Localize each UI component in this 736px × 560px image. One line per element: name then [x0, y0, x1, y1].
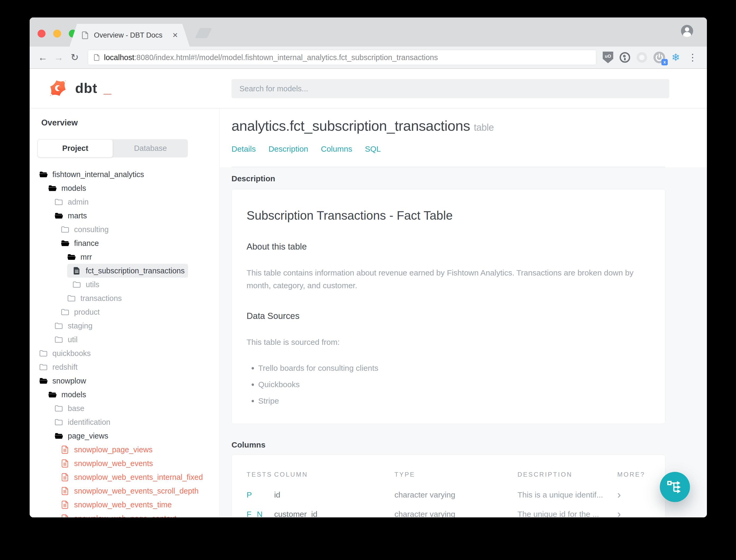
tree-item[interactable]: models: [30, 388, 219, 401]
table-row[interactable]: F N customer_id character varying The un…: [232, 504, 665, 517]
tree-item[interactable]: consulting: [30, 223, 219, 236]
profile-avatar[interactable]: [681, 25, 693, 37]
tree-item[interactable]: snowplow_web_events_time: [30, 498, 219, 512]
folder-closed-icon: [39, 349, 48, 358]
tree-item[interactable]: snowplow_web_events_scroll_depth: [30, 484, 219, 498]
model-type-badge: table: [474, 122, 494, 133]
tree-item[interactable]: models: [30, 181, 219, 195]
tab-project[interactable]: Project: [38, 139, 113, 157]
model-file-icon: [61, 459, 69, 468]
tree-item[interactable]: utils: [30, 278, 219, 291]
close-window-button[interactable]: [38, 30, 46, 38]
expand-chevron-icon[interactable]: ›: [617, 485, 665, 504]
tree-item[interactable]: redshift: [30, 360, 219, 374]
column-cell: id: [274, 485, 394, 504]
nav-sql-link[interactable]: SQL: [365, 144, 381, 153]
url-text: localhost:8080/index.html#!/model/model.…: [104, 53, 438, 62]
url-host: localhost: [104, 53, 134, 62]
column-header: MORE?: [617, 467, 665, 485]
forward-icon[interactable]: →: [52, 52, 66, 63]
tree-item[interactable]: snowplow_web_events: [30, 457, 219, 470]
tree-item[interactable]: fishtown_internal_analytics: [30, 168, 219, 181]
tree-item[interactable]: page_views: [30, 429, 219, 443]
model-nav: Details Description Columns SQL: [232, 144, 707, 153]
lineage-icon: [667, 479, 683, 495]
tree-item[interactable]: transactions: [30, 291, 219, 305]
minimize-window-button[interactable]: [53, 30, 61, 38]
page-title: analytics.fct_subscription_transactionst…: [232, 118, 707, 134]
tree-item[interactable]: mrr: [30, 250, 219, 264]
tab-close-icon[interactable]: ✕: [172, 31, 178, 39]
snowflake-extension-icon[interactable]: ❄: [671, 52, 680, 62]
back-icon[interactable]: ←: [36, 52, 50, 63]
nav-description-link[interactable]: Description: [269, 144, 308, 153]
expand-chevron-icon[interactable]: ›: [617, 504, 665, 517]
folder-closed-icon: [55, 404, 63, 413]
ublock-extension-icon[interactable]: uO: [603, 52, 613, 63]
extension-icons: uO x ❄ ⋮: [603, 52, 701, 63]
tab-title: Overview - DBT Docs: [94, 31, 168, 39]
browser-tabstrip: Overview - DBT Docs ✕: [30, 17, 707, 47]
columns-table: TESTS COLUMN TYPE DESCRIPTION MORE? P id: [232, 467, 665, 517]
proxy-extension-icon[interactable]: x: [653, 52, 665, 63]
browser-toolbar: ← → ↻ localhost:8080/index.html#!/model/…: [30, 47, 707, 69]
tree-item[interactable]: identification: [30, 415, 219, 429]
page-icon: [81, 31, 89, 39]
tree-item[interactable]: marts: [30, 209, 219, 223]
sidebar-heading: Overview: [41, 118, 219, 128]
dbt-logo-text: dbt: [75, 80, 97, 96]
column-header: TYPE: [394, 467, 517, 485]
model-file-icon: [61, 500, 69, 509]
column-header: TESTS: [232, 467, 274, 485]
folder-closed-icon: [55, 198, 63, 206]
dbt-logo-cursor: _: [104, 80, 111, 96]
dbt-logo-icon: [47, 77, 69, 100]
tree-item[interactable]: base: [30, 401, 219, 415]
tree-item[interactable]: snowplow_web_page_context: [30, 512, 219, 517]
folder-closed-icon: [73, 280, 81, 289]
tree-item-selected[interactable]: fct_subscription_transactions: [67, 264, 188, 278]
page-icon: [93, 54, 100, 61]
description-card: Subscription Transactions - Fact Table A…: [232, 189, 665, 424]
column-cell: customer_id: [274, 504, 394, 517]
doc-paragraph: This table contains information about re…: [247, 267, 650, 292]
tree-item[interactable]: staging: [30, 319, 219, 333]
tree-item[interactable]: product: [30, 305, 219, 319]
tree-item[interactable]: snowplow_page_views: [30, 443, 219, 457]
nav-columns-link[interactable]: Columns: [321, 144, 352, 153]
tree-item[interactable]: admin: [30, 195, 219, 209]
column-header: DESCRIPTION: [517, 467, 617, 485]
dbt-logo[interactable]: dbt_: [47, 77, 111, 100]
lineage-graph-button[interactable]: [660, 472, 690, 502]
model-file-icon: [73, 267, 81, 275]
tree-item[interactable]: snowplow: [30, 374, 219, 388]
tree-item[interactable]: util: [30, 333, 219, 346]
browser-menu-icon[interactable]: ⋮: [686, 52, 699, 63]
folder-closed-icon: [67, 294, 76, 302]
tests-cell: P: [232, 485, 274, 504]
sidebar: Overview Project Database fishtown_inter…: [30, 109, 220, 517]
url-bar[interactable]: localhost:8080/index.html#!/model/model.…: [88, 50, 596, 65]
doc-paragraph: This table is sourced from:: [247, 336, 650, 349]
extension-icon[interactable]: [636, 52, 647, 63]
new-tab-button[interactable]: [195, 28, 212, 38]
type-cell: character varying: [394, 504, 517, 517]
tab-database[interactable]: Database: [113, 139, 188, 157]
folder-open-icon: [48, 184, 57, 192]
tree-item[interactable]: quickbooks: [30, 346, 219, 360]
column-header: COLUMN: [274, 467, 394, 485]
folder-closed-icon: [55, 335, 63, 344]
browser-tab[interactable]: Overview - DBT Docs ✕: [70, 24, 190, 47]
tree-item[interactable]: snowplow_web_events_internal_fixed: [30, 470, 219, 484]
screenshot-canvas: Overview - DBT Docs ✕ ← → ↻ localhost:80…: [0, 0, 736, 560]
tree-item[interactable]: finance: [30, 236, 219, 250]
search-input[interactable]: [232, 79, 669, 98]
reload-icon[interactable]: ↻: [68, 52, 82, 63]
folder-closed-icon: [61, 225, 69, 234]
sidebar-view-toggle: Project Database: [38, 139, 188, 157]
columns-card: TESTS COLUMN TYPE DESCRIPTION MORE? P id: [232, 455, 665, 517]
password-extension-icon[interactable]: [620, 52, 630, 63]
browser-window: Overview - DBT Docs ✕ ← → ↻ localhost:80…: [30, 17, 707, 517]
nav-details-link[interactable]: Details: [232, 144, 256, 153]
table-row[interactable]: P id character varying This is a unique …: [232, 485, 665, 504]
